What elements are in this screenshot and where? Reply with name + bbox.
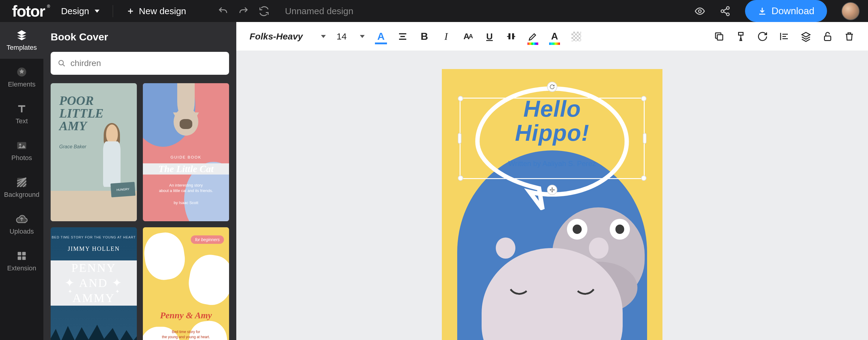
nav-background[interactable]: Background <box>0 169 43 206</box>
nav-label: Background <box>4 191 39 198</box>
vertical-nav: Templates Elements Text Photos Backgroun… <box>0 22 43 340</box>
chevron-down-icon[interactable] <box>360 35 365 38</box>
photos-icon <box>16 140 28 152</box>
nav-templates[interactable]: Templates <box>0 22 43 59</box>
chevron-down-icon[interactable] <box>321 35 326 38</box>
svg-point-12 <box>59 60 63 65</box>
template-subtitle: GUIDE BOOK <box>143 155 229 159</box>
canvas-area[interactable]: Hello Hippo! Written by Aaliyah S. Perez <box>236 51 868 340</box>
svg-point-1 <box>726 7 729 9</box>
chevron-down-icon <box>95 10 99 13</box>
resize-handle-tr[interactable] <box>641 96 647 101</box>
text-toolbar: Folks-Heavy 14 A B I AA U II A <box>236 22 868 51</box>
search-icon <box>58 59 66 67</box>
svg-rect-10 <box>18 256 22 260</box>
nav-uploads[interactable]: Uploads <box>0 206 43 243</box>
canvas[interactable]: Hello Hippo! Written by Aaliyah S. Perez <box>442 69 662 340</box>
svg-rect-15 <box>717 35 723 40</box>
new-design-button[interactable]: New design <box>126 6 186 16</box>
align-objects-button[interactable] <box>779 31 789 42</box>
share-button[interactable] <box>720 6 731 17</box>
template-badge: for beginners <box>191 236 224 244</box>
underline-button[interactable]: U <box>484 31 495 42</box>
svg-point-6 <box>19 144 22 146</box>
rotate-button[interactable] <box>757 31 768 42</box>
svg-point-0 <box>698 10 701 12</box>
svg-rect-9 <box>22 252 26 256</box>
document-title[interactable]: Unnamed design <box>285 6 353 16</box>
extension-icon <box>16 250 28 262</box>
resize-handle-br[interactable] <box>641 176 647 181</box>
nav-label: Templates <box>7 44 37 52</box>
text-icon <box>16 103 28 115</box>
avatar[interactable] <box>841 2 860 20</box>
template-penny-amy[interactable]: for beginners Penny & Amy Bed time story… <box>143 227 229 340</box>
template-author: by Isaac Scott <box>143 200 229 205</box>
nav-elements[interactable]: Elements <box>0 59 43 96</box>
font-size-select[interactable]: 14 <box>337 31 347 41</box>
search-box[interactable] <box>51 52 229 75</box>
template-desc: An interesting story about a little cat … <box>143 183 229 193</box>
template-author: Grace Baker <box>59 144 87 150</box>
preview-button[interactable] <box>694 6 705 17</box>
delete-button[interactable] <box>844 31 855 42</box>
logo[interactable]: fotor® <box>12 2 44 20</box>
template-title: Penny & Amy <box>143 310 229 320</box>
opacity-button[interactable] <box>571 31 582 42</box>
template-poor-little-amy[interactable]: POOR LITTLE AMY Grace Baker HUNGRY <box>51 83 137 221</box>
new-design-label: New design <box>139 6 186 16</box>
font-family-select[interactable]: Folks-Heavy <box>250 31 303 41</box>
design-dropdown[interactable]: Design <box>61 6 99 16</box>
download-button[interactable]: Download <box>745 0 827 22</box>
template-subtitle: BED TIME STORY FOR THE YOUNG AT HEART <box>51 236 137 239</box>
copy-button[interactable] <box>714 31 724 42</box>
topbar: fotor® Design New design Unnamed design … <box>0 0 868 22</box>
resize-handle-tl[interactable] <box>458 96 463 101</box>
download-icon <box>758 7 767 16</box>
svg-point-2 <box>721 10 724 12</box>
resize-handle-bl[interactable] <box>458 176 463 181</box>
nav-label: Uploads <box>10 227 34 236</box>
nav-extension[interactable]: Extension <box>0 243 43 279</box>
layers-button[interactable] <box>801 31 811 42</box>
text-color-button[interactable]: A <box>375 31 386 42</box>
svg-rect-8 <box>18 252 22 256</box>
uppercase-button[interactable]: AA <box>462 31 473 42</box>
search-input[interactable] <box>70 59 222 68</box>
lock-button[interactable] <box>822 31 833 42</box>
elements-icon <box>16 66 28 78</box>
main-area: Folks-Heavy 14 A B I AA U II A <box>236 22 868 340</box>
design-label: Design <box>61 6 89 16</box>
svg-rect-16 <box>825 36 831 40</box>
nav-text[interactable]: Text <box>0 96 43 132</box>
resize-handle-ml[interactable] <box>458 133 461 144</box>
italic-button[interactable]: I <box>441 31 452 42</box>
template-little-cat[interactable]: GUIDE BOOK The Little Cat An interesting… <box>143 83 229 221</box>
bold-button[interactable]: B <box>419 31 430 42</box>
move-handle[interactable] <box>547 185 557 195</box>
plus-icon <box>126 7 135 16</box>
template-desc: Bed time story for the young and young a… <box>143 330 229 340</box>
spacing-button[interactable]: II <box>506 31 517 42</box>
template-title: PENNY ✦ AND ✦ AMMY <box>51 260 137 306</box>
background-icon <box>16 176 28 188</box>
redo-button[interactable] <box>238 6 249 17</box>
logo-text: fotor <box>12 2 44 20</box>
template-penny-ammy[interactable]: BED TIME STORY FOR THE YOUNG AT HEART JI… <box>51 227 137 340</box>
svg-point-3 <box>726 13 729 16</box>
align-button[interactable] <box>397 31 408 42</box>
format-painter-button[interactable] <box>735 31 746 42</box>
highlight-button[interactable] <box>527 31 538 42</box>
text-gradient-button[interactable]: A <box>549 31 560 42</box>
nav-photos[interactable]: Photos <box>0 132 43 169</box>
nav-label: Extension <box>7 264 36 272</box>
download-label: Download <box>772 5 814 17</box>
nav-label: Photos <box>11 154 32 162</box>
rotate-handle[interactable] <box>547 82 557 92</box>
sync-button[interactable] <box>258 6 270 17</box>
svg-rect-11 <box>22 256 26 260</box>
selection-box[interactable] <box>460 98 645 179</box>
resize-handle-mr[interactable] <box>643 133 647 144</box>
template-author: JIMMY HOLLEN <box>51 245 137 252</box>
undo-button[interactable] <box>218 6 228 17</box>
